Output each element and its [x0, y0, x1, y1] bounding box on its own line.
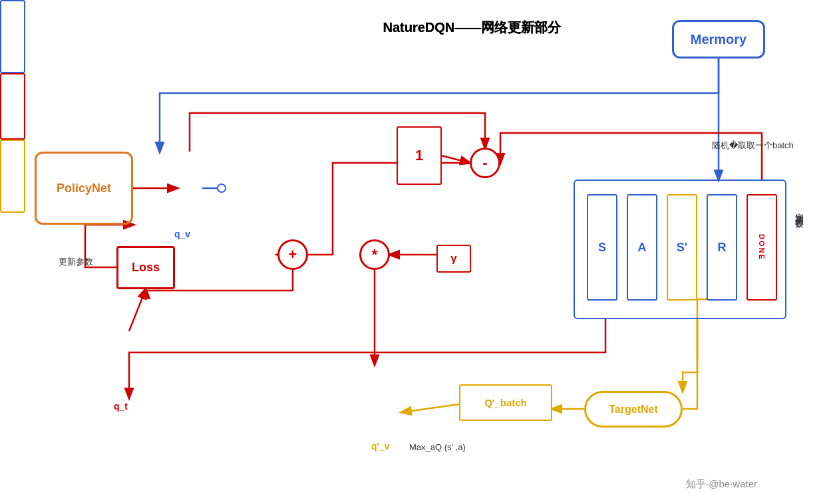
loss-label: Loss	[132, 261, 160, 275]
targetnet-box: TargetNet	[584, 391, 683, 428]
mult-circle: *	[359, 239, 390, 270]
memory-label: Mermory	[691, 32, 747, 47]
qv-box	[0, 0, 25, 73]
mem-col-r: R	[707, 194, 737, 301]
qpv-box	[0, 140, 25, 213]
svg-line-9	[402, 404, 459, 412]
random-sample-label: 随机�取取一个batch	[712, 140, 794, 152]
watermark: 知乎·@be·water	[686, 478, 757, 491]
junction-circle	[217, 184, 226, 193]
mult-label: *	[372, 246, 378, 263]
policynet-box: PolicyNet	[35, 152, 133, 225]
mem-col-done: DONE	[747, 194, 777, 301]
targetnet-label: TargetNet	[609, 404, 658, 416]
loss-box: Loss	[116, 246, 175, 289]
gamma-box: γ	[436, 245, 471, 273]
page-title: NatureDQN——网络更新部分	[383, 19, 561, 37]
qpv-label: q'_v	[371, 441, 389, 451]
qt-box	[0, 73, 25, 140]
svg-line-7	[129, 289, 146, 331]
plus-circle: +	[277, 239, 308, 270]
minus-circle: -	[470, 148, 500, 178]
svg-line-3	[442, 156, 470, 163]
one-box: 1	[397, 126, 442, 185]
one-label: 1	[415, 147, 423, 164]
qbatch-label: Q'_batch	[484, 397, 527, 408]
policynet-label: PolicyNet	[57, 182, 111, 195]
memory-group: S A S' R DONE	[574, 180, 786, 319]
qt-label: q_t	[114, 401, 128, 412]
qv-label: q_v	[174, 229, 190, 239]
mem-col-a: A	[627, 194, 657, 301]
plus-label: +	[289, 246, 297, 263]
maxaq-label: Max_aQ (s' ,a)	[409, 442, 466, 452]
qbatch-box: Q'_batch	[459, 384, 552, 421]
mem-col-s: S	[587, 194, 617, 301]
gamma-label: γ	[450, 252, 456, 265]
memory-box: Mermory	[672, 20, 765, 59]
minus-label: -	[482, 154, 487, 172]
mem-col-sprime: S'	[667, 194, 697, 301]
periodic-copy-label: 定期拷贝参数	[793, 206, 805, 214]
update-params-label: 更新参数	[59, 256, 93, 268]
